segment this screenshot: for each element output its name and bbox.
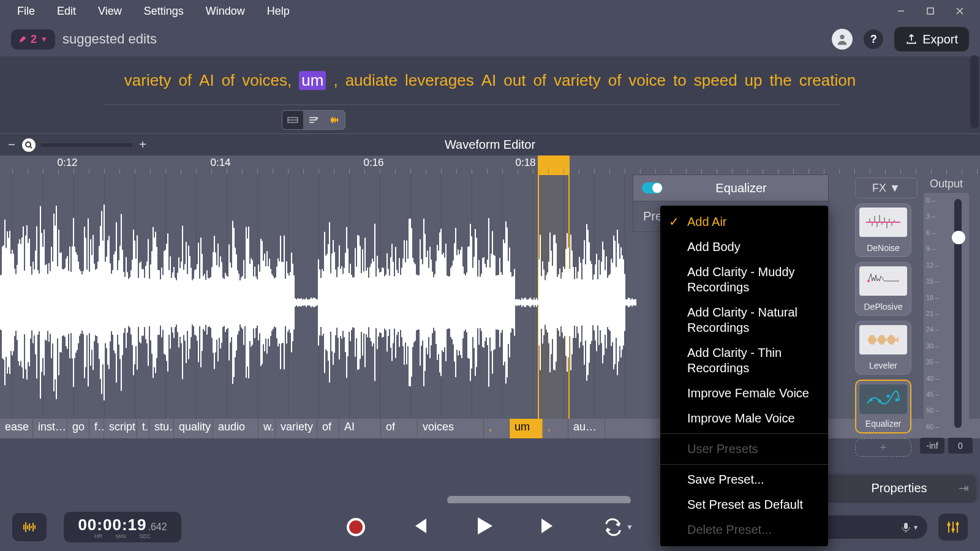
equalizer-toggle[interactable] (642, 182, 663, 193)
word-cell[interactable]: script (104, 419, 137, 438)
preset-option[interactable]: Improve Male Voice (660, 406, 828, 431)
magnifier-icon[interactable] (22, 138, 36, 152)
word-cell[interactable]: go (67, 419, 89, 438)
mixer-button[interactable] (938, 514, 968, 541)
transcript-word[interactable]: of (533, 71, 546, 90)
fx-thumb (859, 208, 907, 237)
transcript-word[interactable]: up (745, 71, 763, 90)
transcript-word[interactable]: out (503, 71, 526, 90)
word-cell[interactable]: of (317, 419, 339, 438)
suggested-edits-count[interactable]: 2 ▼ (11, 29, 55, 50)
preset-option[interactable]: Improve Female Voice (660, 381, 828, 406)
transcript-word[interactable]: to (673, 71, 687, 90)
fx-card-deplosive[interactable]: DePlosive (855, 262, 911, 316)
word-cell[interactable]: , (543, 419, 568, 438)
word-cell[interactable]: t. (137, 419, 149, 438)
minimize-button[interactable] (887, 2, 915, 20)
word-cell[interactable]: audio (213, 419, 258, 438)
word-cell[interactable]: of (381, 419, 418, 438)
transcript-word[interactable]: voice (628, 71, 666, 90)
time-ruler[interactable]: 0:120:140:160:18 (0, 156, 980, 174)
close-button[interactable] (946, 2, 974, 20)
vertical-scrollbar[interactable] (970, 55, 979, 129)
menu-view[interactable]: View (87, 2, 133, 20)
waveform-mode-button[interactable] (12, 513, 47, 541)
transcript-word[interactable]: leverages (405, 71, 474, 90)
transcript-word[interactable]: creation (799, 71, 856, 90)
preset-option[interactable]: Set Preset as Default (660, 492, 828, 517)
maximize-button[interactable] (916, 2, 944, 20)
zoom-in-button[interactable]: + (137, 138, 148, 152)
transcript-word[interactable]: of (178, 71, 192, 90)
timecode-value: 00:00:19 (78, 515, 146, 534)
preset-option[interactable]: Add Body (660, 234, 828, 260)
output-right-value: 0 (948, 438, 973, 454)
transcript-word[interactable]: of (222, 71, 235, 90)
fx-thumb (859, 266, 907, 296)
transcript-word[interactable]: AI (199, 71, 214, 90)
zoom-slider[interactable] (40, 143, 132, 147)
word-cell[interactable]: um (510, 419, 543, 438)
play-button[interactable] (473, 515, 495, 539)
transcript-word[interactable]: of (608, 71, 622, 90)
transcript-word[interactable]: , (333, 71, 337, 90)
word-cell[interactable]: quality (174, 419, 213, 438)
help-button[interactable]: ? (864, 29, 883, 49)
preset-option[interactable]: Save Preset... (660, 467, 828, 492)
record-button[interactable] (347, 518, 365, 536)
transcript-word[interactable]: voices, (242, 71, 292, 90)
export-button[interactable]: Export (894, 27, 969, 51)
fx-card-equalizer[interactable]: Equalizer (855, 380, 911, 433)
loop-button[interactable]: ▼ (603, 518, 633, 536)
word-cell[interactable]: , (484, 419, 510, 438)
menu-edit[interactable]: Edit (46, 2, 87, 20)
avatar[interactable] (832, 29, 853, 50)
preset-option[interactable]: Add Clarity - Thin Recordings (660, 340, 828, 381)
next-button[interactable] (538, 515, 560, 539)
zoom-out-button[interactable]: − (6, 138, 17, 152)
timecode-display[interactable]: 00:00:19 .642 HRMINSEC (64, 512, 181, 542)
transcript-word[interactable]: audiate (345, 71, 398, 90)
mode-selection-button[interactable] (282, 111, 303, 129)
transcript-text[interactable]: varietyofAIofvoices,um,audiateleveragesA… (24, 71, 956, 90)
fx-thumb (859, 384, 907, 414)
mode-waveform-button[interactable] (324, 111, 345, 129)
preset-option[interactable]: Add Clarity - Muddy Recordings (660, 260, 828, 300)
word-cell[interactable]: w. (258, 419, 276, 438)
preset-option[interactable]: Add Clarity - Natural Recordings (660, 300, 828, 340)
word-cell[interactable]: ease (0, 419, 33, 438)
transcript-word[interactable]: um (299, 71, 326, 90)
preset-label: Pre (643, 209, 662, 223)
menu-window[interactable]: Window (195, 2, 256, 20)
transcript-word[interactable]: variety (554, 71, 601, 90)
fx-card-leveler[interactable]: Leveler (855, 321, 911, 375)
properties-button[interactable]: Properties ⇥ (823, 475, 975, 501)
fx-card-denoise[interactable]: DeNoise (855, 203, 911, 257)
transcript-word[interactable]: speed (694, 71, 737, 90)
zoom-controls: − + (6, 138, 148, 152)
meter-thumb[interactable] (952, 231, 965, 244)
menu-settings[interactable]: Settings (133, 2, 195, 20)
ruler-tick: 0:18 (515, 157, 535, 169)
word-cell[interactable]: variety (276, 419, 317, 438)
fx-header[interactable]: FX ▼ (855, 178, 918, 198)
preset-option[interactable]: Add Air (660, 209, 828, 234)
word-cell[interactable]: inst… (33, 419, 67, 438)
word-cell[interactable]: voices (418, 419, 484, 438)
transcript-word[interactable]: AI (481, 71, 497, 90)
menu-help[interactable]: Help (256, 2, 301, 20)
word-cell[interactable]: stu… (149, 419, 174, 438)
word-cell[interactable]: au… (568, 419, 605, 438)
output-title: Output (930, 178, 963, 190)
previous-button[interactable] (408, 515, 430, 539)
word-cell[interactable]: f… (89, 419, 104, 438)
word-cell[interactable]: AI (339, 419, 381, 438)
waveform-area[interactable]: easeinst…gof…scriptt.stu…qualityaudiow.v… (0, 174, 980, 438)
transcript-word[interactable]: the (770, 71, 792, 90)
mode-script-button[interactable] (303, 111, 324, 129)
transcript-word[interactable]: variety (124, 71, 172, 90)
fx-add-slot[interactable]: + (855, 438, 911, 457)
output-meter[interactable]: 0 –3 –6 –9 –12 –15 –18 –21 –24 –30 –35 –… (924, 193, 969, 434)
fx-label: Leveler (869, 361, 897, 370)
menu-file[interactable]: File (6, 2, 46, 20)
